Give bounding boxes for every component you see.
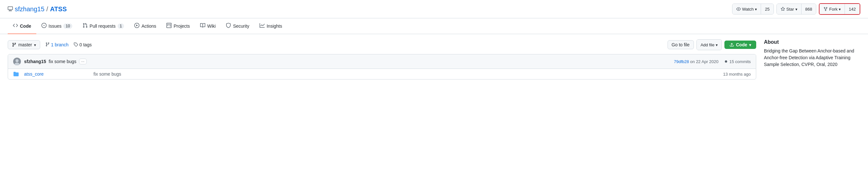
- tab-security[interactable]: Security: [221, 18, 254, 34]
- star-btn-group: Star 868: [776, 3, 816, 15]
- tab-insights-label: Insights: [267, 24, 282, 29]
- commit-hash-link[interactable]: 79dfb28: [674, 59, 689, 64]
- tab-pull-requests[interactable]: Pull requests 1: [78, 18, 129, 34]
- tab-code[interactable]: Code: [8, 18, 36, 34]
- code-icon: [13, 23, 18, 29]
- branch-bar: master 1 branch 0 tags: [8, 39, 756, 50]
- star-chevron: [796, 7, 797, 11]
- watch-chevron: [755, 7, 757, 11]
- commit-author[interactable]: sfzhang15: [24, 59, 46, 64]
- commit-message: fix some bugs: [49, 59, 76, 64]
- repo-title: sfzhang15 / ATSS: [8, 5, 67, 13]
- commit-hash-info: 79dfb28 on 22 Apr 2020: [674, 59, 719, 64]
- issues-badge: 10: [63, 24, 72, 29]
- fork-label: Fork: [829, 7, 837, 11]
- go-to-file-label: Go to file: [672, 42, 690, 47]
- file-time: 13 months ago: [723, 72, 751, 77]
- reponame-link[interactable]: ATSS: [50, 5, 67, 13]
- commit-date: 22 Apr 2020: [696, 59, 718, 64]
- star-count[interactable]: 868: [802, 4, 816, 14]
- tab-security-label: Security: [233, 24, 249, 29]
- branch-selector[interactable]: master: [8, 40, 40, 49]
- commit-count: 15 commits: [724, 59, 751, 64]
- top-bar: sfzhang15 / ATSS Watch 25 Star 868: [0, 0, 868, 18]
- sidebar-about: About Bridging the Gap Between Anchor-ba…: [764, 39, 860, 80]
- watch-btn-group: Watch 25: [732, 3, 774, 15]
- commit-info: sfzhang15 fix some bugs ···: [24, 59, 671, 64]
- repo-main: master 1 branch 0 tags: [8, 39, 756, 80]
- code-button[interactable]: Code: [724, 41, 756, 49]
- file-name-link[interactable]: atss_core: [24, 72, 88, 77]
- pull-requests-icon: [83, 23, 88, 29]
- tab-pr-label: Pull requests: [90, 24, 116, 29]
- file-message: fix some bugs: [93, 72, 718, 77]
- watch-label: Watch: [742, 7, 754, 11]
- about-description: Bridging the Gap Between Anchor-based an…: [764, 48, 860, 68]
- folder-icon: [13, 72, 19, 77]
- projects-icon: [166, 23, 172, 29]
- watch-button[interactable]: Watch: [733, 4, 761, 14]
- fork-chevron: [839, 7, 841, 11]
- branch-left: master 1 branch 0 tags: [8, 40, 92, 49]
- commit-dots-button[interactable]: ···: [79, 59, 87, 64]
- wiki-icon: [200, 23, 205, 29]
- issues-icon: [41, 23, 46, 29]
- fork-button[interactable]: Fork: [819, 4, 844, 14]
- tab-insights[interactable]: Insights: [254, 18, 287, 34]
- svg-point-1: [16, 59, 19, 62]
- branch-right: Go to file Add file Code: [668, 39, 756, 50]
- go-to-file-button[interactable]: Go to file: [668, 40, 694, 49]
- code-chevron: [749, 42, 751, 47]
- security-icon: [226, 23, 231, 29]
- commit-header: sfzhang15 fix some bugs ··· 79dfb28 on 2…: [8, 54, 756, 69]
- avatar: [13, 58, 21, 65]
- tag-count-link[interactable]: 0 tags: [79, 42, 92, 47]
- fork-btn-group: Fork 142: [819, 3, 860, 15]
- monitor-icon: [8, 5, 13, 13]
- commit-on: on: [690, 59, 696, 64]
- add-file-button[interactable]: Add file: [697, 39, 721, 50]
- username-link[interactable]: sfzhang15: [15, 5, 44, 13]
- tab-actions[interactable]: Actions: [129, 18, 161, 34]
- star-button[interactable]: Star: [777, 4, 801, 14]
- tab-wiki-label: Wiki: [207, 24, 216, 29]
- tab-issues-label: Issues: [49, 24, 61, 29]
- nav-tabs: Code Issues 10 Pull requests 1 Actions P…: [0, 18, 868, 34]
- tab-actions-label: Actions: [141, 24, 156, 29]
- top-actions: Watch 25 Star 868 Fork 142: [732, 3, 860, 15]
- fork-count[interactable]: 142: [845, 4, 860, 14]
- commit-right: 79dfb28 on 22 Apr 2020 15 commits: [674, 59, 751, 64]
- add-file-chevron: [716, 43, 718, 47]
- branch-chevron: [34, 42, 36, 47]
- about-title: About: [764, 39, 860, 45]
- tab-code-label: Code: [20, 24, 31, 29]
- add-file-label: Add file: [701, 43, 714, 47]
- star-label: Star: [786, 7, 794, 11]
- pr-badge: 1: [118, 24, 124, 29]
- tag-info: 0 tags: [73, 42, 92, 48]
- branch-count-link[interactable]: 1 branch: [51, 42, 69, 47]
- code-label: Code: [736, 42, 747, 47]
- add-file-group: Add file: [696, 39, 722, 50]
- slash: /: [46, 5, 48, 13]
- main-content: master 1 branch 0 tags: [0, 34, 868, 85]
- commits-count-link[interactable]: 15 commits: [730, 59, 751, 64]
- file-table: sfzhang15 fix some bugs ··· 79dfb28 on 2…: [8, 54, 756, 80]
- tab-wiki[interactable]: Wiki: [195, 18, 221, 34]
- branch-count-icon: [45, 42, 50, 48]
- actions-icon: [134, 23, 140, 29]
- branch-name: master: [18, 42, 32, 47]
- tab-projects-label: Projects: [174, 24, 190, 29]
- branch-info: 1 branch: [45, 42, 69, 48]
- watch-count[interactable]: 25: [761, 4, 773, 14]
- tag-icon: [73, 42, 78, 48]
- insights-icon: [259, 23, 265, 29]
- tab-issues[interactable]: Issues 10: [36, 18, 78, 34]
- table-row: atss_core fix some bugs 13 months ago: [8, 69, 756, 79]
- tab-projects[interactable]: Projects: [161, 18, 195, 34]
